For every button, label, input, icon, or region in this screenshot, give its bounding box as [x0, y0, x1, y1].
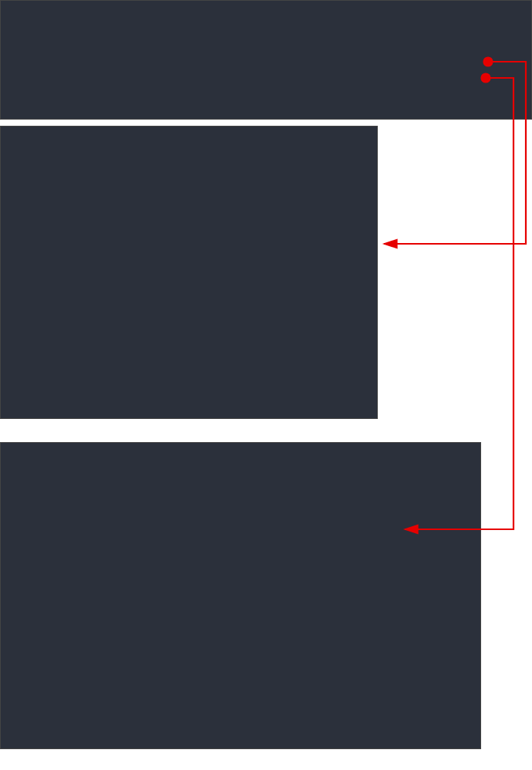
editor-panel-mid	[0, 126, 378, 419]
editor-panel-bot	[0, 442, 481, 749]
editor-panel-top	[0, 0, 532, 120]
